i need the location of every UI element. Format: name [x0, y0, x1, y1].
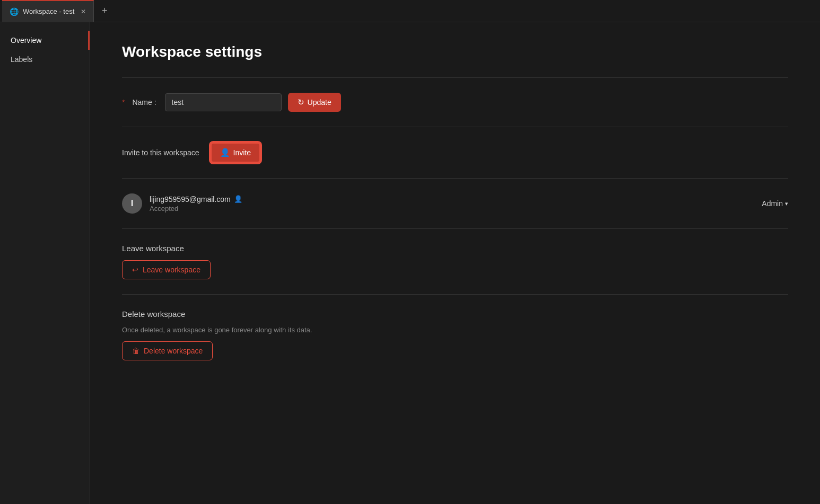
leave-workspace-button-label: Leave workspace: [143, 266, 200, 274]
role-label: Admin: [762, 199, 783, 208]
person-invite-icon: 👤: [220, 148, 230, 157]
delete-workspace-button[interactable]: 🗑 Delete workspace: [122, 341, 213, 360]
sidebar-item-labels[interactable]: Labels: [0, 50, 90, 69]
sidebar-item-overview[interactable]: Overview: [0, 31, 90, 50]
leave-icon: ↩: [132, 266, 138, 274]
name-label: Name :: [132, 98, 156, 107]
tab-label: Workspace - test: [23, 7, 74, 15]
invite-label: Invite to this workspace: [122, 148, 199, 157]
member-email: lijing959595@gmail.com 👤: [150, 195, 754, 204]
invite-button[interactable]: 👤 Invite: [210, 142, 261, 163]
sidebar-item-labels-label: Labels: [11, 55, 32, 64]
update-button-label: Update: [308, 98, 332, 107]
workspace-name-input[interactable]: [165, 93, 282, 111]
delete-workspace-section: Delete workspace Once deleted, a workspa…: [122, 294, 788, 375]
leave-workspace-title: Leave workspace: [122, 244, 788, 253]
delete-workspace-description: Once deleted, a workspace is gone foreve…: [122, 326, 788, 334]
name-row: * Name : ↻ Update: [122, 93, 788, 112]
name-section: * Name : ↻ Update: [122, 77, 788, 127]
invite-section: Invite to this workspace 👤 Invite: [122, 127, 788, 178]
chevron-down-icon: ▾: [785, 200, 788, 207]
required-star: *: [122, 98, 125, 107]
invite-button-label: Invite: [233, 148, 251, 157]
member-info: lijing959595@gmail.com 👤 Accepted: [150, 195, 754, 213]
delete-workspace-title: Delete workspace: [122, 310, 788, 319]
user-icon: 👤: [234, 195, 242, 203]
close-tab-icon[interactable]: ✕: [81, 8, 86, 15]
update-icon: ↻: [298, 98, 304, 107]
update-button[interactable]: ↻ Update: [288, 93, 341, 112]
delete-workspace-button-label: Delete workspace: [144, 347, 203, 355]
avatar: l: [122, 193, 142, 214]
member-row: l lijing959595@gmail.com 👤 Accepted Admi…: [122, 193, 788, 214]
globe-icon: 🌐: [10, 7, 19, 16]
member-section: l lijing959595@gmail.com 👤 Accepted Admi…: [122, 178, 788, 228]
avatar-letter: l: [131, 199, 133, 208]
trash-icon: 🗑: [132, 347, 139, 355]
sidebar-item-overview-label: Overview: [11, 36, 41, 45]
member-status: Accepted: [150, 205, 754, 213]
member-email-text: lijing959595@gmail.com: [150, 195, 231, 204]
workspace-tab[interactable]: 🌐 Workspace - test ✕: [2, 0, 94, 22]
sidebar: Overview Labels: [0, 22, 90, 504]
main-layout: Overview Labels Workspace settings * Nam…: [0, 22, 820, 504]
member-role-dropdown[interactable]: Admin ▾: [762, 199, 788, 208]
invite-row: Invite to this workspace 👤 Invite: [122, 142, 788, 163]
tab-bar: 🌐 Workspace - test ✕ +: [0, 0, 820, 22]
content-area: Workspace settings * Name : ↻ Update Inv…: [90, 22, 820, 504]
new-tab-button[interactable]: +: [96, 3, 113, 20]
leave-workspace-section: Leave workspace ↩ Leave workspace: [122, 228, 788, 294]
leave-workspace-button[interactable]: ↩ Leave workspace: [122, 260, 211, 279]
page-title: Workspace settings: [122, 43, 788, 60]
